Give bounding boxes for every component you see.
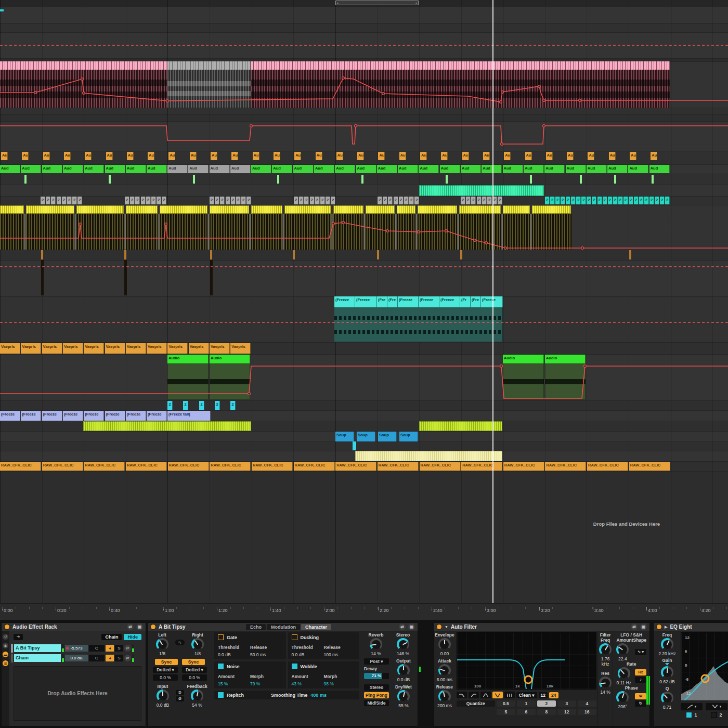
audB-clip[interactable]	[210, 363, 250, 400]
au-clip[interactable]: Au	[567, 152, 574, 160]
aud-clip[interactable]: Aud	[272, 165, 292, 173]
aud-clip[interactable]: Aud	[544, 165, 565, 173]
band1-activator[interactable]	[686, 712, 692, 718]
stYellow-clip[interactable]	[26, 205, 74, 214]
stereo-link-icon[interactable]: ⇆	[175, 640, 185, 645]
tickO-clip[interactable]	[124, 250, 126, 259]
aud-clip[interactable]: Aud	[440, 165, 460, 173]
mode-midside-button[interactable]: Mid/Side	[364, 700, 389, 706]
two-clip[interactable]: 2	[220, 197, 225, 204]
band-gain-knob[interactable]	[661, 666, 673, 679]
aud-clip[interactable]: Aud	[105, 165, 125, 173]
osep-clip[interactable]	[530, 214, 532, 250]
stYellow-clip[interactable]	[366, 205, 395, 214]
aud-clip[interactable]: Aud	[84, 165, 104, 173]
quantize-6[interactable]: 6	[517, 709, 536, 715]
aud-clip[interactable]: Aud	[21, 165, 41, 173]
cyanc-clip[interactable]: 2	[215, 401, 220, 410]
two-clip[interactable]: 2	[409, 197, 414, 204]
au-clip[interactable]: Au	[316, 152, 322, 160]
twot-clip[interactable]: 2	[608, 197, 613, 204]
two-clip[interactable]: 2	[299, 197, 304, 204]
twot-clip[interactable]: 2	[576, 197, 581, 204]
au-clip[interactable]: Au	[588, 152, 594, 160]
osep-clip[interactable]	[24, 214, 26, 250]
two-clip[interactable]: 2	[146, 197, 151, 204]
aud-clip[interactable]: Aud	[461, 165, 481, 173]
quantize-button[interactable]: Quantize	[457, 700, 495, 707]
stYellow-clip[interactable]	[0, 205, 24, 214]
tickG-clip[interactable]	[361, 175, 363, 184]
au-clip[interactable]: Au	[630, 152, 636, 160]
tab-character[interactable]: Character	[301, 624, 331, 630]
arrangement-view[interactable]: AuAuAuAuAuAuAuAuAuAuAuAuAuAuAuAuAuAuAuAu…	[0, 0, 728, 603]
au-clip[interactable]: Au	[106, 152, 113, 160]
osep-clip[interactable]	[158, 214, 160, 250]
raw-clip[interactable]: RAW_CFK_CLIC	[629, 462, 670, 471]
chain-pan[interactable]: C	[89, 645, 105, 652]
quantize-12[interactable]: 12	[557, 709, 576, 715]
lfo-phase-knob[interactable]	[616, 691, 629, 704]
two-clip[interactable]: 2	[141, 197, 146, 204]
sync-left-button[interactable]: Sync	[155, 659, 178, 665]
audg-clip[interactable]: Aud	[230, 165, 251, 173]
stChart-clip[interactable]	[83, 421, 251, 431]
stYellow-clip[interactable]	[126, 205, 158, 214]
ducking-checkbox[interactable]	[292, 634, 297, 640]
osep-clip[interactable]	[457, 214, 459, 250]
audB-clip[interactable]	[167, 363, 209, 400]
raw-clip[interactable]: RAW_CFK_CLIC	[294, 462, 335, 471]
quantize-3[interactable]: 3	[557, 700, 576, 707]
two-clip[interactable]: 2	[326, 197, 330, 204]
chain-row[interactable]: A Bit Tipsy -5.573 C ◄ S ⇄	[9, 643, 146, 653]
tealH-clip[interactable]: (Fre	[471, 296, 481, 307]
lav-clip[interactable]: (Freeze	[126, 411, 146, 421]
tickG-clip[interactable]	[580, 175, 582, 184]
two-clip[interactable]: 2	[135, 197, 140, 204]
two-clip[interactable]: 2	[41, 197, 45, 204]
two-clip[interactable]: 2	[57, 197, 61, 204]
stYellow-clip[interactable]	[333, 205, 363, 214]
lav-clip[interactable]: (Freeze	[42, 411, 62, 421]
stYellow-clip[interactable]	[251, 205, 282, 214]
aud-clip[interactable]: Aud	[251, 165, 271, 173]
hot-swap-icon[interactable]: ⇄	[399, 623, 406, 630]
chain-hot-swap-icon[interactable]: ⇄	[124, 645, 131, 652]
two-clip[interactable]: 2	[404, 197, 409, 204]
oliveB-clip[interactable]	[0, 214, 572, 250]
lav-clip[interactable]: (Freeze	[63, 411, 83, 421]
au-clip[interactable]: Au	[85, 152, 92, 160]
right-time-knob[interactable]	[191, 638, 204, 651]
aud-clip[interactable]: Aud	[335, 165, 355, 173]
device-on-led[interactable]	[4, 624, 10, 630]
noise-morph[interactable]: 79 %	[250, 681, 260, 686]
envelope-amount-knob[interactable]	[438, 638, 451, 651]
soup-clip[interactable]: Soup	[357, 432, 375, 441]
two-clip[interactable]: 2	[378, 197, 382, 204]
raw-clip[interactable]: RAW_CFK_CLIC	[210, 462, 251, 471]
macro-controls-icon[interactable]: ◉	[3, 643, 8, 648]
twot-clip[interactable]: 2	[555, 197, 560, 204]
band-freq-knob[interactable]	[661, 638, 673, 651]
twot-clip[interactable]: 2	[587, 197, 591, 204]
save-preset-icon[interactable]: ▣	[408, 623, 415, 630]
grayB-clip[interactable]	[167, 70, 251, 108]
filter-display[interactable]: 100 1k 10k	[457, 632, 596, 690]
hot-swap-icon[interactable]: ⇄	[631, 623, 638, 630]
vae-clip[interactable]: Vaepris	[105, 343, 125, 354]
vae-clip[interactable]: Vaepris	[0, 343, 20, 354]
barD-clip[interactable]	[124, 260, 127, 295]
band-q-knob[interactable]	[661, 692, 673, 704]
au-clip[interactable]: Au	[420, 152, 427, 160]
au-clip[interactable]: Au	[43, 152, 50, 160]
smoothing-time[interactable]: 400 ms	[310, 693, 327, 698]
tickG-clip[interactable]	[530, 175, 532, 184]
aud-clip[interactable]: Aud	[398, 165, 418, 173]
chain-name[interactable]: Chain	[14, 654, 61, 662]
chain-select-strip[interactable]	[11, 654, 13, 662]
osep-clip[interactable]	[331, 214, 333, 250]
chain-button[interactable]: Chain	[101, 634, 122, 640]
lav-clip[interactable]: (Freeze tail)	[167, 411, 211, 421]
playhead[interactable]	[492, 0, 493, 603]
au-clip[interactable]: Au	[253, 152, 259, 160]
